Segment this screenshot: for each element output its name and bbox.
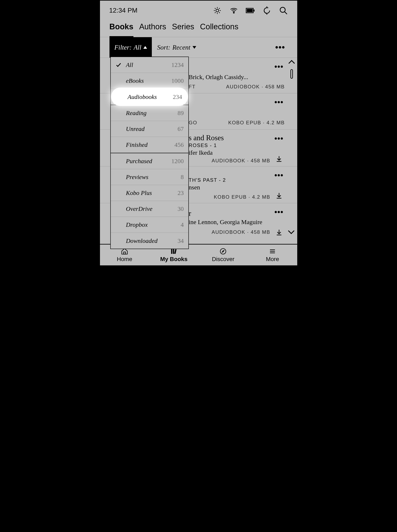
filter-option-overdrive[interactable]: OverDrive 30	[111, 201, 188, 217]
svg-point-9	[233, 12, 234, 13]
menu-icon	[268, 248, 277, 255]
svg-rect-22	[171, 249, 172, 254]
filter-option-previews[interactable]: Previews 8	[111, 169, 188, 185]
filter-option-count: 1200	[171, 158, 184, 165]
filter-option-count: 1234	[171, 61, 184, 68]
book-title: s and Roses	[189, 133, 285, 142]
book-more-button[interactable]: •••	[274, 208, 284, 217]
svg-point-25	[220, 248, 226, 254]
filter-option-label: Previews	[126, 173, 149, 180]
filter-option-audiobooks[interactable]: Audiobooks 234	[112, 89, 187, 105]
filter-option-koboplus[interactable]: Kobo Plus 23	[111, 185, 188, 201]
tab-collections[interactable]: Collections	[200, 20, 238, 37]
svg-line-7	[215, 12, 216, 13]
book-more-button[interactable]: •••	[274, 171, 284, 180]
filter-value: All	[134, 43, 141, 51]
check-icon	[115, 62, 122, 68]
scroll-thumb[interactable]	[290, 69, 293, 79]
status-bar: 12:34 PM	[100, 1, 297, 20]
sort-value: Recent	[173, 43, 190, 51]
book-meta-left: FT	[189, 84, 196, 90]
svg-rect-23	[173, 249, 174, 254]
book-meta-right: AUDIOBOOK · 458 MB	[211, 158, 270, 164]
download-icon[interactable]	[276, 229, 283, 236]
sync-icon[interactable]	[262, 6, 271, 15]
wifi-icon[interactable]	[229, 6, 238, 15]
filter-option-count: 456	[174, 141, 184, 148]
sort-prefix: Sort:	[157, 43, 170, 51]
filter-option-count: 89	[178, 110, 184, 117]
filter-option-count: 30	[178, 205, 184, 212]
book-more-button[interactable]: •••	[274, 98, 284, 106]
book-series: ROSES - 1	[189, 142, 285, 148]
book-meta-right: KOBO EPUB · 4.2 MB	[214, 194, 270, 200]
filter-prefix: Filter:	[114, 43, 132, 51]
chevron-down-icon	[192, 46, 196, 49]
nav-label: Home	[117, 256, 132, 262]
nav-label: My Books	[160, 256, 187, 262]
tab-series[interactable]: Series	[172, 20, 194, 37]
filter-option-label: All	[126, 61, 133, 68]
download-icon[interactable]	[276, 155, 283, 162]
view-options-button[interactable]: •••	[275, 43, 285, 52]
filter-option-dropbox[interactable]: Dropbox 4	[111, 217, 188, 233]
svg-rect-12	[254, 10, 254, 11]
filter-option-downloaded[interactable]: Downloaded 34	[111, 233, 188, 249]
filter-option-count: 8	[181, 173, 184, 180]
scroll-up-icon[interactable]	[288, 60, 295, 66]
tab-authors[interactable]: Authors	[139, 20, 166, 37]
filter-option-label: OverDrive	[126, 205, 152, 212]
filter-dropdown: All 1234 eBooks 1000 Audiobooks 234 Read…	[110, 56, 189, 249]
svg-point-13	[280, 7, 285, 12]
book-more-button[interactable]: •••	[274, 62, 284, 71]
filter-option-label: Purchased	[126, 158, 152, 165]
svg-point-0	[216, 9, 218, 12]
nav-more[interactable]: More	[248, 245, 297, 265]
tab-books[interactable]: Books	[110, 20, 133, 37]
search-icon[interactable]	[279, 6, 288, 15]
svg-line-6	[219, 12, 220, 13]
battery-icon	[246, 6, 255, 15]
book-meta-right: AUDIOBOOK · 458 MB	[226, 84, 285, 90]
book-series: TH'S PAST - 2	[189, 177, 285, 183]
nav-discover[interactable]: Discover	[198, 245, 248, 265]
toolbar: Filter: All Sort: Recent •••	[100, 37, 297, 58]
sort-button[interactable]: Sort: Recent	[152, 43, 196, 51]
svg-rect-24	[174, 249, 177, 254]
book-narrator: ine Lennon, Georgia Maguire	[189, 218, 285, 226]
filter-option-purchased[interactable]: Purchased 1200	[111, 153, 188, 169]
scroll-indicator	[289, 61, 294, 79]
filter-option-label: Reading	[126, 110, 147, 117]
nav-label: Discover	[212, 256, 235, 262]
filter-option-reading[interactable]: Reading 89	[111, 105, 188, 121]
book-narrator: Brick, Orlagh Cassidy...	[189, 74, 285, 80]
book-meta-right: AUDIOBOOK · 458 MB	[211, 229, 270, 235]
book-more-button[interactable]: •••	[274, 134, 284, 143]
filter-option-count: 34	[178, 237, 184, 244]
filter-option-label: Kobo Plus	[126, 189, 152, 196]
filter-option-count: 234	[173, 93, 182, 100]
download-icon[interactable]	[276, 192, 283, 199]
svg-marker-26	[222, 250, 224, 252]
book-meta-left: GO	[189, 120, 197, 126]
book-narrator: nsen	[189, 184, 285, 191]
filter-option-all[interactable]: All 1234	[111, 57, 188, 73]
nav-label: More	[266, 256, 279, 262]
filter-option-ebooks[interactable]: eBooks 1000	[111, 73, 188, 89]
filter-button[interactable]: Filter: All	[110, 37, 152, 58]
status-icons	[213, 6, 288, 15]
filter-option-label: Downloaded	[126, 237, 158, 244]
svg-line-14	[285, 12, 287, 14]
filter-option-label: Dropbox	[126, 221, 148, 228]
device-frame: 12:34 PM Books	[99, 0, 298, 266]
filter-option-unread[interactable]: Unread 67	[111, 121, 188, 137]
brightness-icon[interactable]	[213, 6, 222, 15]
book-narrator: ifer Ikeda	[189, 149, 285, 156]
filter-option-count: 1000	[171, 77, 184, 84]
filter-option-finished[interactable]: Finished 456	[111, 137, 188, 153]
book-title: r	[189, 209, 285, 218]
svg-rect-21	[124, 252, 125, 254]
book-meta-right: KOBO EPUB · 4.2 MB	[228, 120, 285, 126]
filter-option-count: 23	[178, 189, 184, 196]
chevron-up-icon	[143, 46, 147, 49]
